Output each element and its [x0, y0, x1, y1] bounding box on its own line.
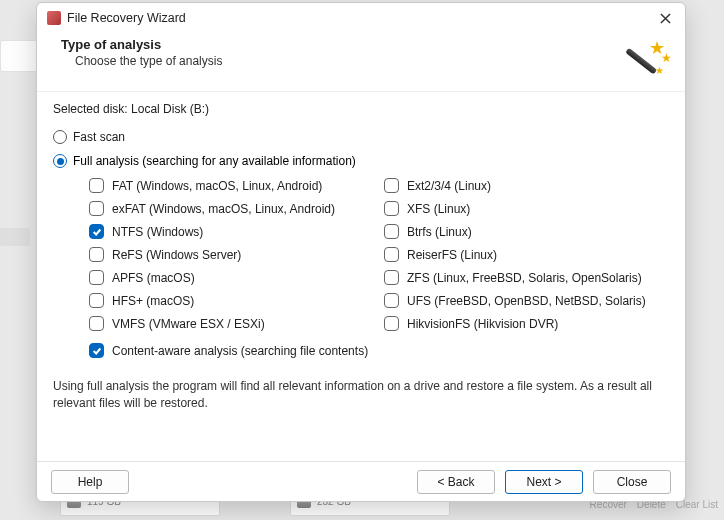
page-title: Type of analysis: [61, 37, 222, 52]
checkbox-ntfs[interactable]: [89, 224, 104, 239]
window-title: File Recovery Wizard: [67, 11, 186, 25]
checkbox-btrfs[interactable]: [384, 224, 399, 239]
page-subtitle: Choose the type of analysis: [75, 54, 222, 68]
radio-full-analysis-row[interactable]: Full analysis (searching for any availab…: [53, 154, 669, 168]
wizard-header: Type of analysis Choose the type of anal…: [37, 33, 685, 92]
filesystem-label: UFS (FreeBSD, OpenBSD, NetBSD, Solaris): [407, 294, 646, 308]
checkbox-zfs[interactable]: [384, 270, 399, 285]
filesystem-label: HikvisionFS (Hikvision DVR): [407, 317, 558, 331]
checkbox-refs[interactable]: [89, 247, 104, 262]
close-icon: [660, 13, 671, 24]
filesystem-label: ZFS (Linux, FreeBSD, Solaris, OpenSolari…: [407, 271, 642, 285]
filesystem-option-ext[interactable]: Ext2/3/4 (Linux): [384, 178, 669, 193]
selected-disk-line: Selected disk: Local Disk (B:): [53, 102, 669, 116]
filesystem-label: exFAT (Windows, macOS, Linux, Android): [112, 202, 335, 216]
checkbox-hfs[interactable]: [89, 293, 104, 308]
checkbox-xfs[interactable]: [384, 201, 399, 216]
filesystem-option-hfs[interactable]: HFS+ (macOS): [89, 293, 374, 308]
checkbox-ext[interactable]: [384, 178, 399, 193]
filesystem-option-btrfs[interactable]: Btrfs (Linux): [384, 224, 669, 239]
filesystem-grid: FAT (Windows, macOS, Linux, Android)Ext2…: [89, 178, 669, 331]
radio-fast-scan[interactable]: [53, 130, 67, 144]
filesystem-label: XFS (Linux): [407, 202, 470, 216]
checkbox-reiserfs[interactable]: [384, 247, 399, 262]
bg-tile: [0, 228, 30, 246]
filesystem-label: VMFS (VMware ESX / ESXi): [112, 317, 265, 331]
filesystem-label: NTFS (Windows): [112, 225, 203, 239]
back-button[interactable]: < Back: [417, 470, 495, 494]
file-recovery-wizard-dialog: File Recovery Wizard Type of analysis Ch…: [36, 2, 686, 502]
app-icon: [47, 11, 61, 25]
analysis-hint: Using full analysis the program will fin…: [53, 378, 669, 412]
filesystem-label: APFS (macOS): [112, 271, 195, 285]
radio-fast-scan-label: Fast scan: [73, 130, 125, 144]
filesystem-option-xfs[interactable]: XFS (Linux): [384, 201, 669, 216]
checkbox-apfs[interactable]: [89, 270, 104, 285]
radio-full-analysis-label: Full analysis (searching for any availab…: [73, 154, 356, 168]
checkbox-ufs[interactable]: [384, 293, 399, 308]
filesystem-option-refs[interactable]: ReFS (Windows Server): [89, 247, 374, 262]
filesystem-option-vmfs[interactable]: VMFS (VMware ESX / ESXi): [89, 316, 374, 331]
radio-fast-scan-row[interactable]: Fast scan: [53, 130, 669, 144]
checkbox-hikfs[interactable]: [384, 316, 399, 331]
filesystem-option-zfs[interactable]: ZFS (Linux, FreeBSD, Solaris, OpenSolari…: [384, 270, 669, 285]
filesystem-label: Btrfs (Linux): [407, 225, 472, 239]
next-button[interactable]: Next >: [505, 470, 583, 494]
radio-full-analysis[interactable]: [53, 154, 67, 168]
close-footer-button[interactable]: Close: [593, 470, 671, 494]
filesystem-option-exfat[interactable]: exFAT (Windows, macOS, Linux, Android): [89, 201, 374, 216]
filesystem-option-hikfs[interactable]: HikvisionFS (Hikvision DVR): [384, 316, 669, 331]
titlebar: File Recovery Wizard: [37, 3, 685, 33]
filesystem-label: HFS+ (macOS): [112, 294, 194, 308]
content-aware-row[interactable]: Content-aware analysis (searching file c…: [89, 343, 669, 358]
filesystem-label: FAT (Windows, macOS, Linux, Android): [112, 179, 322, 193]
filesystem-label: ReFS (Windows Server): [112, 248, 241, 262]
checkbox-fat[interactable]: [89, 178, 104, 193]
checkbox-exfat[interactable]: [89, 201, 104, 216]
selected-disk-label: Selected disk:: [53, 102, 128, 116]
checkbox-vmfs[interactable]: [89, 316, 104, 331]
filesystem-label: Ext2/3/4 (Linux): [407, 179, 491, 193]
content-aware-label: Content-aware analysis (searching file c…: [112, 344, 368, 358]
wizard-wand-icon: ★★★: [627, 37, 671, 81]
close-button[interactable]: [651, 7, 679, 29]
filesystem-option-ntfs[interactable]: NTFS (Windows): [89, 224, 374, 239]
help-button[interactable]: Help: [51, 470, 129, 494]
filesystem-label: ReiserFS (Linux): [407, 248, 497, 262]
filesystem-option-reiserfs[interactable]: ReiserFS (Linux): [384, 247, 669, 262]
wizard-content: Selected disk: Local Disk (B:) Fast scan…: [37, 92, 685, 461]
filesystem-option-fat[interactable]: FAT (Windows, macOS, Linux, Android): [89, 178, 374, 193]
bg-tile: [0, 40, 40, 72]
filesystem-option-ufs[interactable]: UFS (FreeBSD, OpenBSD, NetBSD, Solaris): [384, 293, 669, 308]
checkbox-content-aware[interactable]: [89, 343, 104, 358]
wizard-footer: Help < Back Next > Close: [37, 461, 685, 501]
selected-disk-value: Local Disk (B:): [131, 102, 209, 116]
filesystem-option-apfs[interactable]: APFS (macOS): [89, 270, 374, 285]
